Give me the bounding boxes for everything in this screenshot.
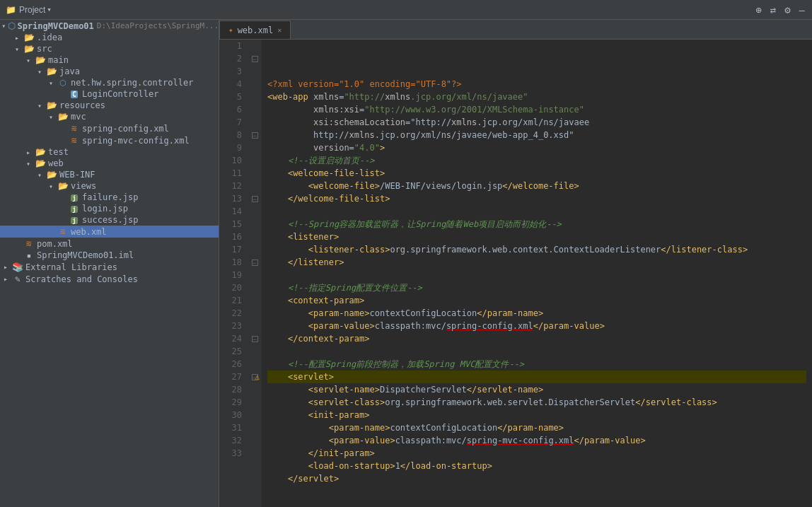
editor-content[interactable]: 1234567891011121314151617181920212223242… xyxy=(219,40,812,507)
fold-marker[interactable]: — xyxy=(248,332,262,345)
sidebar-item-spring-mvc-config[interactable]: ≋spring-mvc-config.xml xyxy=(0,134,219,146)
tree-expand-arrow[interactable]: ▾ xyxy=(34,171,45,179)
fold-marker[interactable] xyxy=(248,434,262,447)
settings-icon[interactable]: ⚙ xyxy=(783,3,791,17)
fold-marker[interactable] xyxy=(248,243,262,256)
tree-item-label: java xyxy=(59,66,80,76)
fold-marker[interactable] xyxy=(248,294,262,307)
tree-expand-arrow[interactable]: ▸ xyxy=(0,263,11,271)
fold-marker[interactable] xyxy=(248,231,262,243)
tree-expand-arrow[interactable]: ▾ xyxy=(11,45,23,53)
line-number: 29 xyxy=(225,396,242,409)
sidebar-item-spring-config[interactable]: ≋spring-config.xml xyxy=(0,122,219,134)
add-icon[interactable]: ⊕ xyxy=(754,3,762,17)
fold-marker[interactable] xyxy=(248,103,262,116)
code-line: <!--指定Spring配置文件位置--> xyxy=(267,281,806,294)
tree-item-path: D:\IdeaProjects\SpringM... xyxy=(97,21,219,30)
fold-marker[interactable]: — xyxy=(248,129,262,141)
code-line: <servlet-name>DispatcherServlet</servlet… xyxy=(267,383,806,396)
line-number: 9 xyxy=(225,141,242,154)
fold-marker[interactable] xyxy=(248,421,262,434)
fold-marker[interactable] xyxy=(248,269,262,281)
tree-expand-arrow[interactable]: ▾ xyxy=(45,113,57,121)
tree-expand-arrow[interactable]: ▾ xyxy=(45,182,57,190)
fold-marker[interactable] xyxy=(248,307,262,320)
tree-expand-arrow[interactable]: ▾ xyxy=(34,68,45,76)
code-line: <param-value>classpath:mvc/spring-config… xyxy=(267,320,806,332)
fold-marker[interactable] xyxy=(248,154,262,167)
fold-marker[interactable] xyxy=(248,218,262,231)
sidebar-item-test[interactable]: ▸📂test xyxy=(0,146,219,158)
sidebar-item-iml[interactable]: ▪SpringMVCDemo01.iml xyxy=(0,250,219,261)
fold-marker[interactable] xyxy=(248,116,262,129)
line-number: 10 xyxy=(225,154,242,167)
fold-marker[interactable] xyxy=(248,40,262,52)
line-number: 13 xyxy=(225,192,242,205)
sidebar-item-idea[interactable]: ▸📂.idea xyxy=(0,32,219,43)
sidebar-item-scratches[interactable]: ▸✎Scratches and Consoles xyxy=(0,273,219,285)
fold-marker[interactable] xyxy=(248,205,262,218)
sidebar-item-login[interactable]: jlogin.jsp xyxy=(0,203,219,214)
fold-marker[interactable] xyxy=(248,91,262,103)
tree-expand-arrow[interactable]: ▸ xyxy=(23,148,34,156)
tree-expand-arrow[interactable]: ▾ xyxy=(34,102,45,110)
sidebar-item-pomxml[interactable]: ≋pom.xml xyxy=(0,238,219,250)
tree-item-label: mvc xyxy=(71,112,86,122)
line-number: 2 xyxy=(225,52,242,65)
tree-expand-arrow[interactable]: ▸ xyxy=(0,275,11,283)
fold-marker[interactable]: — xyxy=(248,192,262,205)
fold-marker[interactable]: — xyxy=(248,52,262,65)
tree-expand-arrow[interactable]: ▾ xyxy=(23,57,34,64)
line-number: 22 xyxy=(225,307,242,320)
tree-item-icon: C xyxy=(68,89,81,99)
project-dropdown-icon[interactable]: ▾ xyxy=(47,5,52,14)
tree-item-icon: 📂 xyxy=(45,66,58,76)
tree-expand-arrow[interactable]: ▾ xyxy=(45,79,57,87)
layout-icon[interactable]: ⇄ xyxy=(769,3,777,17)
tree-item-label: .idea xyxy=(37,33,62,42)
code-line: <web-app xmlns="http://xmlns.jcp.org/xml… xyxy=(267,91,806,103)
fold-marker[interactable] xyxy=(248,409,262,421)
fold-marker[interactable] xyxy=(248,447,262,460)
tree-item-icon: ▪ xyxy=(23,250,35,260)
fold-marker[interactable] xyxy=(248,141,262,154)
fold-marker[interactable] xyxy=(248,383,262,396)
sidebar-item-main[interactable]: ▾📂main xyxy=(0,54,219,66)
tab-close-btn[interactable]: ✕ xyxy=(277,26,282,34)
fold-marker[interactable]: — xyxy=(248,256,262,269)
sidebar-item-webxml[interactable]: ≋web.xml xyxy=(0,226,219,238)
sidebar-item-extlib[interactable]: ▸📚External Libraries xyxy=(0,261,219,273)
fold-marker[interactable] xyxy=(248,358,262,371)
minimize-icon[interactable]: — xyxy=(798,3,806,17)
fold-marker[interactable] xyxy=(248,396,262,409)
sidebar-item-logincontroller[interactable]: CLoginController xyxy=(0,88,219,100)
sidebar-item-resources[interactable]: ▾📂resources xyxy=(0,100,219,111)
line-numbers: 1234567891011121314151617181920212223242… xyxy=(219,40,248,507)
tree-item-label: spring-config.xml xyxy=(82,124,169,134)
code-line: </context-param> xyxy=(267,332,806,345)
active-tab[interactable]: ✦ web.xml ✕ xyxy=(219,21,291,39)
sidebar-item-java[interactable]: ▾📂java xyxy=(0,66,219,77)
fold-marker[interactable] xyxy=(248,78,262,91)
tree-item-icon: 📂 xyxy=(34,158,47,168)
fold-marker[interactable] xyxy=(248,320,262,332)
sidebar-item-failure[interactable]: jfailure.jsp xyxy=(0,192,219,203)
sidebar-item-root[interactable]: ▾⬡SpringMVCDemo01D:\IdeaProjects\SpringM… xyxy=(0,20,219,32)
fold-marker[interactable] xyxy=(248,345,262,358)
sidebar-item-success[interactable]: jsuccess.jsp xyxy=(0,214,219,226)
tree-expand-arrow[interactable]: ▾ xyxy=(0,22,8,30)
fold-marker[interactable] xyxy=(248,167,262,180)
sidebar-item-controller[interactable]: ▾⬡net.hw.spring.controller xyxy=(0,77,219,88)
sidebar-item-views[interactable]: ▾📂views xyxy=(0,180,219,192)
tree-expand-arrow[interactable]: ▾ xyxy=(23,160,34,168)
code-line: xmlns:xsi="http://www.w3.org/2001/XMLSch… xyxy=(267,103,806,116)
sidebar-item-web[interactable]: ▾📂web xyxy=(0,158,219,169)
fold-marker[interactable] xyxy=(248,65,262,78)
sidebar-item-mvc[interactable]: ▾📂mvc xyxy=(0,111,219,122)
sidebar-item-src[interactable]: ▾📂src xyxy=(0,43,219,54)
fold-marker[interactable] xyxy=(248,180,262,192)
fold-marker[interactable] xyxy=(248,281,262,294)
line-number: 25 xyxy=(225,345,242,358)
tree-expand-arrow[interactable]: ▸ xyxy=(11,34,23,42)
sidebar-item-webinf[interactable]: ▾📂WEB-INF xyxy=(0,169,219,180)
